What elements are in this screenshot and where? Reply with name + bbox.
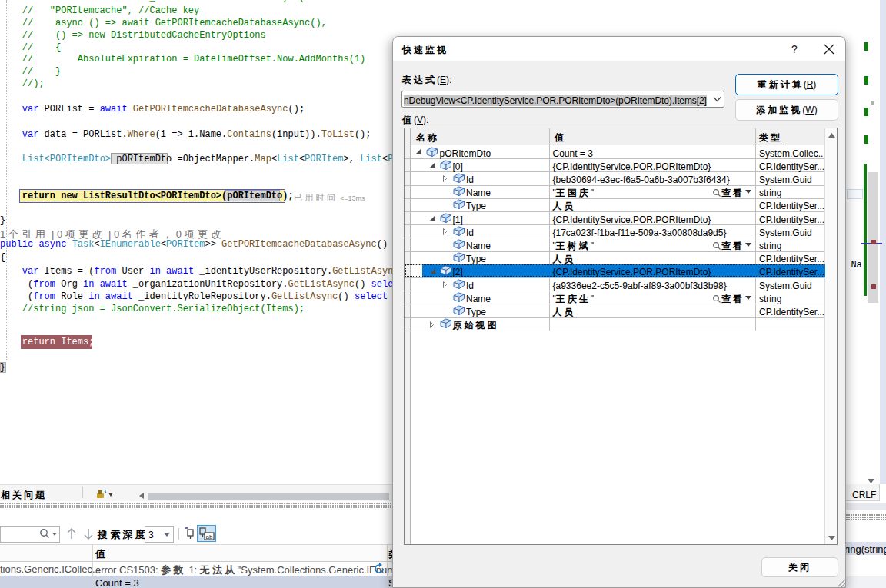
svg-text:ab: ab bbox=[206, 533, 213, 540]
